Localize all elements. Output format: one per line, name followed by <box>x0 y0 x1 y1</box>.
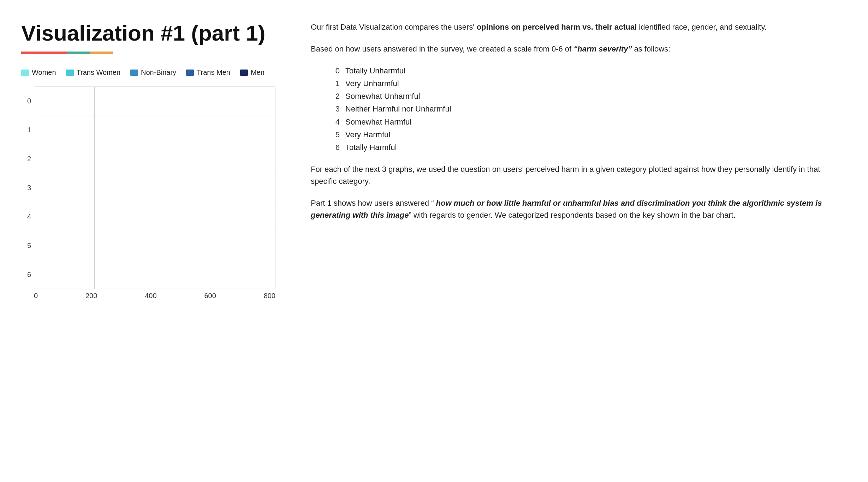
legend-item: Trans Women <box>66 68 120 77</box>
scale-item: 6Totally Harmful <box>332 141 840 153</box>
x-axis-labels: 0200400600800 <box>34 292 275 300</box>
legend-label: Men <box>251 68 264 77</box>
legend-label: Women <box>32 68 56 77</box>
bar-row <box>34 144 275 173</box>
part1-suffix: ” with regards to gender. We categorized… <box>409 211 735 219</box>
bar-row <box>34 86 275 115</box>
x-axis-label: 0 <box>34 292 38 300</box>
legend-swatch <box>240 70 248 76</box>
scale-intro: Based on how users answered in the surve… <box>311 44 573 53</box>
scale-italic: “harm severity” <box>573 44 632 53</box>
legend-item: Non-Binary <box>130 68 176 77</box>
title-underline <box>21 52 113 54</box>
scale-number: 3 <box>332 103 340 115</box>
scale-item: 2Somewhat Unharmful <box>332 90 840 102</box>
scale-paragraph: Based on how users answered in the surve… <box>311 43 840 55</box>
scale-label: Somewhat Unharmful <box>345 90 420 102</box>
scale-label: Neither Harmful nor Unharmful <box>345 103 451 115</box>
scale-list: 0Totally Unharmful1Very Unharmful2Somewh… <box>311 65 840 153</box>
legend-label: Non-Binary <box>141 68 176 77</box>
legend-swatch <box>66 70 74 76</box>
intro-bold: opinions on perceived harm vs. their act… <box>477 23 637 31</box>
scale-item: 3Neither Harmful nor Unharmful <box>332 103 840 115</box>
bar-row <box>34 260 275 289</box>
scale-number: 0 <box>332 65 340 77</box>
legend-label: Trans Women <box>77 68 120 77</box>
underline-red <box>21 52 67 54</box>
y-axis: 0123456 <box>21 86 34 289</box>
y-label: 6 <box>21 260 34 289</box>
bars-container: 0200400600800 <box>34 86 275 300</box>
y-label: 3 <box>21 173 34 202</box>
legend-item: Trans Men <box>186 68 230 77</box>
scale-item: 4Somewhat Harmful <box>332 116 840 128</box>
x-axis-label: 800 <box>264 292 275 300</box>
bar-row <box>34 115 275 144</box>
scale-number: 6 <box>332 141 340 153</box>
scale-number: 1 <box>332 78 340 90</box>
part1-prefix: Part 1 shows how users answered “ <box>311 199 434 207</box>
x-axis-label: 200 <box>85 292 97 300</box>
legend-swatch <box>186 70 194 76</box>
scale-number: 2 <box>332 90 340 102</box>
scale-label: Totally Harmful <box>345 141 397 153</box>
scale-label: Very Unharmful <box>345 78 399 90</box>
bar-row <box>34 173 275 202</box>
intro-end: identified race, gender, and sexuality. <box>637 23 767 31</box>
scale-item: 0Totally Unharmful <box>332 65 840 77</box>
x-axis-label: 600 <box>204 292 216 300</box>
x-axis-label: 400 <box>145 292 156 300</box>
chart-area: 0123456 0200400600800 <box>21 86 275 300</box>
part1-paragraph: Part 1 shows how users answered “ how mu… <box>311 197 840 221</box>
underline-orange <box>90 52 113 54</box>
bar-rows <box>34 86 275 289</box>
legend-item: Men <box>240 68 264 77</box>
scale-item: 1Very Unharmful <box>332 78 840 90</box>
page-title: Visualization #1 (part 1) <box>21 21 275 45</box>
right-panel: Our first Data Visualization compares th… <box>290 0 868 482</box>
scale-end: as follows: <box>632 44 670 53</box>
scale-label: Very Harmful <box>345 129 390 141</box>
scale-label: Totally Unharmful <box>345 65 405 77</box>
scale-item: 5Very Harmful <box>332 129 840 141</box>
bar-row <box>34 202 275 231</box>
scale-number: 4 <box>332 116 340 128</box>
underline-teal <box>67 52 90 54</box>
bar-row <box>34 231 275 260</box>
intro-text: Our first Data Visualization compares th… <box>311 23 477 31</box>
legend-swatch <box>130 70 138 76</box>
y-label: 1 <box>21 115 34 144</box>
legend-label: Trans Men <box>197 68 230 77</box>
scale-number: 5 <box>332 129 340 141</box>
y-label: 0 <box>21 86 34 115</box>
left-panel: Visualization #1 (part 1) WomenTrans Wom… <box>0 0 290 482</box>
y-label: 2 <box>21 144 34 173</box>
intro-paragraph: Our first Data Visualization compares th… <box>311 21 840 33</box>
graphs-paragraph: For each of the next 3 graphs, we used t… <box>311 163 840 187</box>
scale-label: Somewhat Harmful <box>345 116 411 128</box>
chart-legend: WomenTrans WomenNon-BinaryTrans MenMen <box>21 68 275 77</box>
legend-item: Women <box>21 68 56 77</box>
legend-swatch <box>21 70 29 76</box>
y-label: 4 <box>21 202 34 231</box>
y-label: 5 <box>21 231 34 260</box>
